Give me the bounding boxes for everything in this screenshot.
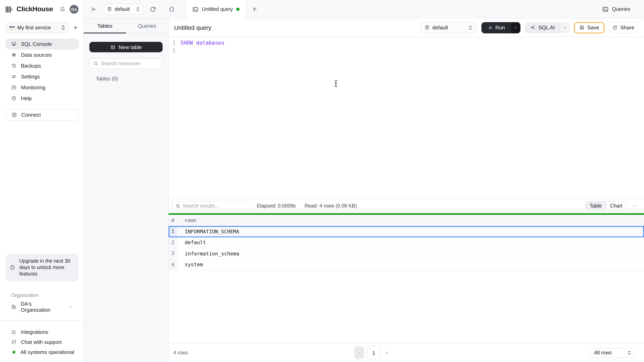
collapse-sidebar-button[interactable] bbox=[90, 0, 97, 18]
run-button[interactable]: Run bbox=[482, 22, 511, 33]
search-resources-input[interactable] bbox=[101, 61, 158, 66]
tab-tables[interactable]: Tables bbox=[84, 18, 126, 33]
save-button[interactable]: Save bbox=[574, 22, 604, 33]
table-row[interactable]: 4 system bbox=[169, 259, 644, 270]
connect-button[interactable]: Connect bbox=[6, 109, 79, 121]
column-header-name[interactable]: name bbox=[177, 215, 644, 226]
sidebar-divider bbox=[0, 320, 83, 321]
backups-icon bbox=[11, 63, 16, 68]
sidebar-item-label: SQL Console bbox=[21, 41, 52, 47]
table-row[interactable]: 2 default bbox=[169, 237, 644, 248]
service-selector-row: aws My first service bbox=[6, 22, 78, 33]
user-avatar[interactable]: DA bbox=[70, 5, 78, 14]
logo-row: ClickHouse DA bbox=[0, 0, 83, 18]
connect-label: Connect bbox=[21, 112, 41, 118]
column-header-index[interactable]: # bbox=[169, 215, 177, 226]
database-icon bbox=[425, 25, 430, 30]
organization-name: DA's Organization bbox=[21, 301, 60, 313]
help-icon bbox=[11, 96, 16, 101]
next-page-button[interactable] bbox=[383, 351, 390, 355]
integrations-link[interactable]: Integrations bbox=[0, 327, 83, 337]
clickhouse-console-app: ClickHouse DA aws My first service bbox=[0, 0, 644, 362]
chevron-updown-icon bbox=[468, 25, 472, 30]
new-tab-button[interactable] bbox=[252, 0, 258, 18]
view-table-button[interactable]: Table bbox=[586, 202, 606, 210]
row-value: INFORMATION_SCHEMA bbox=[177, 226, 644, 237]
service-name: My first service bbox=[17, 25, 59, 30]
refresh-button[interactable] bbox=[150, 0, 156, 18]
editor-database-selector[interactable]: default bbox=[420, 22, 476, 33]
page-size-selector[interactable]: All rows bbox=[590, 348, 635, 358]
chat-support-link[interactable]: Chat with support bbox=[0, 337, 83, 347]
brand-name: ClickHouse bbox=[16, 5, 59, 13]
sidebar-item-label: Backups bbox=[21, 63, 41, 69]
aws-logo-icon: aws bbox=[9, 25, 15, 30]
clock-icon bbox=[10, 265, 15, 270]
query-title[interactable]: Untitled query bbox=[174, 24, 416, 31]
sidebar-nav: SQL Console Data sources Backups Setting… bbox=[0, 39, 83, 104]
tab-queries[interactable]: Queries bbox=[126, 18, 168, 33]
view-toggle: Table Chart bbox=[585, 201, 627, 210]
service-selector[interactable]: aws My first service bbox=[6, 22, 69, 33]
upgrade-notice[interactable]: Upgrade in the next 30 days to unlock mo… bbox=[6, 254, 79, 281]
notifications-bell-icon[interactable] bbox=[59, 6, 66, 12]
read-stat: Read: 4 rows (0.09 KB) bbox=[304, 203, 357, 209]
search-results-box[interactable] bbox=[172, 201, 248, 211]
tab-strip: default Untitled query Queries bbox=[84, 0, 644, 18]
clickhouse-logo-icon bbox=[5, 6, 13, 13]
line-number: 1 bbox=[172, 40, 176, 46]
sidebar-item-monitoring[interactable]: Monitoring bbox=[6, 82, 79, 93]
chat-support-label: Chat with support bbox=[21, 339, 62, 345]
results-toolbar: Elapsed: 0.0009s Read: 4 rows (0.09 KB) … bbox=[169, 198, 644, 213]
status-green-dot-icon bbox=[12, 351, 15, 354]
tab-untitled-query[interactable]: Untitled query bbox=[186, 0, 246, 18]
sidebar-bottom: Upgrade in the next 30 days to unlock mo… bbox=[0, 254, 83, 362]
pagination: 1 bbox=[354, 344, 390, 362]
line-number: 2 bbox=[172, 48, 176, 54]
page-number-button[interactable]: 1 bbox=[368, 346, 380, 360]
sidebar-item-label: Help bbox=[21, 95, 32, 101]
share-icon bbox=[612, 25, 618, 30]
search-icon bbox=[94, 61, 98, 66]
previous-page-button[interactable] bbox=[354, 346, 364, 359]
sidebar-footer-links: Integrations Chat with support All syste… bbox=[0, 327, 83, 357]
database-icon bbox=[107, 6, 112, 12]
row-number: 4 bbox=[169, 259, 177, 270]
share-button[interactable]: Share bbox=[609, 22, 638, 33]
row-number: 3 bbox=[169, 248, 177, 259]
run-options-button[interactable] bbox=[511, 22, 520, 33]
organization-row[interactable]: DA's Organization bbox=[6, 301, 79, 312]
sql-ai-button[interactable]: SQL AI bbox=[525, 22, 560, 33]
save-icon bbox=[579, 25, 584, 30]
home-button[interactable] bbox=[168, 0, 175, 18]
table-row[interactable]: 1 INFORMATION_SCHEMA bbox=[169, 226, 644, 237]
sidebar-item-sql-console[interactable]: SQL Console bbox=[6, 39, 79, 49]
sidebar-item-backups[interactable]: Backups bbox=[6, 60, 79, 71]
sql-editor[interactable]: 1 SHOW databases 2 bbox=[169, 37, 644, 198]
row-value: information_schema bbox=[177, 248, 644, 259]
explorer-tabs: Tables Queries bbox=[84, 18, 168, 33]
table-row[interactable]: 3 information_schema bbox=[169, 248, 644, 259]
search-resources-box[interactable] bbox=[89, 58, 162, 69]
chevron-updown-icon bbox=[628, 350, 631, 356]
results-menu-button[interactable] bbox=[632, 203, 638, 209]
new-table-button[interactable]: New table bbox=[89, 42, 162, 52]
queries-button[interactable]: Queries bbox=[602, 6, 630, 12]
search-results-input[interactable] bbox=[183, 203, 245, 209]
add-service-button[interactable] bbox=[72, 24, 78, 30]
row-value: default bbox=[177, 237, 644, 248]
sidebar-item-data-sources[interactable]: Data sources bbox=[6, 49, 79, 60]
system-status-row[interactable]: All systems operational bbox=[0, 347, 83, 357]
organization-section-label: Organization bbox=[11, 292, 83, 298]
sidebar-item-help[interactable]: Help bbox=[6, 93, 79, 104]
view-chart-button[interactable]: Chart bbox=[606, 202, 626, 210]
unsaved-changes-dot-icon bbox=[236, 8, 239, 11]
editor-database-name: default bbox=[432, 24, 466, 30]
sql-ai-options-button[interactable] bbox=[560, 22, 570, 33]
row-number: 1 bbox=[169, 226, 177, 237]
sidebar-item-settings[interactable]: Settings bbox=[6, 71, 79, 82]
run-label: Run bbox=[495, 24, 505, 30]
sidebar: ClickHouse DA aws My first service bbox=[0, 0, 84, 362]
strip-database-selector[interactable]: default bbox=[104, 3, 143, 15]
search-icon bbox=[176, 203, 180, 208]
